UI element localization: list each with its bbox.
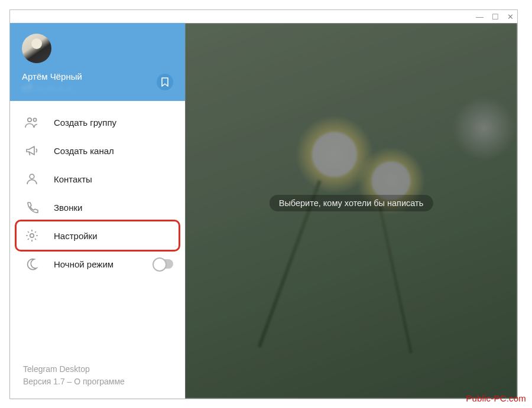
empty-chat-placeholder: Выберите, кому хотели бы написать bbox=[270, 195, 433, 211]
svg-point-2 bbox=[30, 174, 34, 179]
sidebar-footer: Telegram Desktop Версия 1.7 – О программ… bbox=[10, 357, 185, 399]
menu-label: Ночной режим bbox=[54, 259, 113, 269]
minimize-button[interactable]: — bbox=[476, 13, 484, 21]
menu-label: Настройки bbox=[54, 231, 98, 241]
bookmark-icon bbox=[161, 77, 169, 87]
menu-label: Звонки bbox=[54, 203, 82, 213]
close-button[interactable]: ✕ bbox=[507, 13, 514, 21]
saved-messages-button[interactable] bbox=[157, 74, 173, 90]
app-body: Артём Чёрный +7 ··· ··· ·· ·· Создать гр… bbox=[10, 23, 517, 399]
phone-icon bbox=[24, 200, 40, 215]
menu-label: Создать канал bbox=[54, 146, 114, 156]
menu-label: Создать группу bbox=[54, 117, 116, 128]
menu-item-new-channel[interactable]: Создать канал bbox=[10, 136, 185, 165]
user-avatar[interactable] bbox=[22, 34, 51, 63]
menu-item-settings[interactable]: Настройки bbox=[10, 221, 185, 250]
user-phone: +7 ··· ··· ·· ·· bbox=[22, 83, 173, 93]
svg-point-0 bbox=[28, 118, 31, 122]
svg-point-3 bbox=[30, 234, 34, 237]
menu-item-contacts[interactable]: Контакты bbox=[10, 165, 185, 193]
menu-list: Создать группу Создать канал Контакты bbox=[10, 101, 185, 357]
group-icon bbox=[24, 115, 40, 130]
title-bar: — ☐ ✕ bbox=[10, 10, 517, 23]
menu-item-calls[interactable]: Звонки bbox=[10, 193, 185, 221]
watermark-label: Public-PC.com bbox=[466, 393, 526, 403]
menu-item-night-mode[interactable]: Ночной режим bbox=[10, 250, 185, 278]
megaphone-icon bbox=[24, 143, 40, 158]
version-label[interactable]: Версия 1.7 – О программе bbox=[23, 376, 172, 388]
menu-label: Контакты bbox=[54, 174, 92, 184]
app-name-label: Telegram Desktop bbox=[23, 363, 172, 376]
chat-area: Выберите, кому хотели бы написать bbox=[185, 23, 517, 399]
sidebar-header: Артём Чёрный +7 ··· ··· ·· ·· bbox=[10, 23, 185, 101]
contact-icon bbox=[24, 171, 40, 187]
moon-icon bbox=[24, 256, 40, 272]
night-mode-toggle[interactable] bbox=[153, 259, 173, 269]
app-window: — ☐ ✕ Артём Чёрный +7 ··· ··· ·· ·· bbox=[9, 9, 518, 399]
maximize-button[interactable]: ☐ bbox=[492, 13, 499, 21]
menu-item-new-group[interactable]: Создать группу bbox=[10, 108, 185, 136]
svg-point-1 bbox=[33, 118, 36, 121]
gear-icon bbox=[24, 228, 40, 243]
user-name: Артём Чёрный bbox=[22, 71, 173, 81]
main-menu-sidebar: Артём Чёрный +7 ··· ··· ·· ·· Создать гр… bbox=[10, 23, 185, 399]
